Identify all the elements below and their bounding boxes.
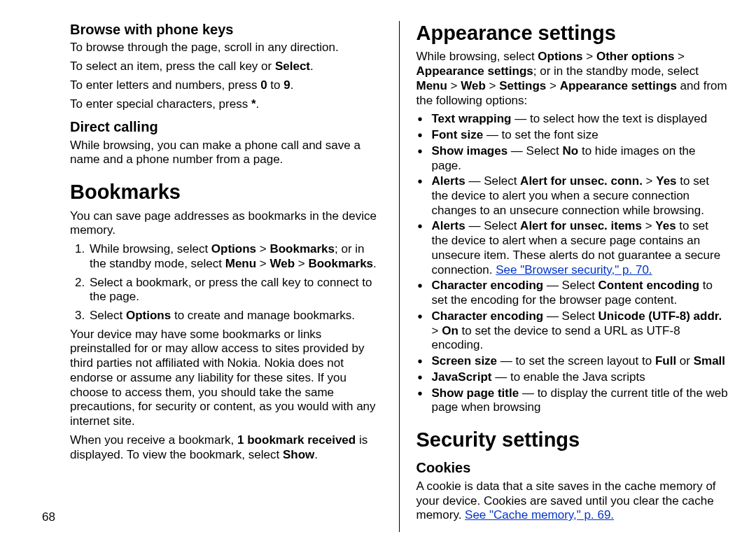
list-item: Select Options to create and manage book…	[88, 309, 382, 323]
bold-text: *	[251, 97, 256, 111]
text: >	[546, 79, 559, 92]
text: To select an item, press the call key or	[70, 59, 275, 73]
list-item: While browsing, select Options > Bookmar…	[88, 242, 382, 271]
text: .	[314, 448, 318, 461]
text: >	[432, 324, 442, 337]
bold-text: Alerts	[432, 174, 465, 188]
bold-text: Appearance settings	[560, 79, 677, 92]
paragraph: A cookie is data that a site saves in th…	[416, 479, 729, 523]
paragraph: While browsing, you can make a phone cal…	[70, 139, 382, 167]
bold-text: Select	[275, 59, 310, 73]
text: — to select how the text is displayed	[511, 112, 707, 125]
text: While browsing, select	[90, 242, 211, 255]
text: — to set the screen layout to	[497, 354, 655, 368]
paragraph: To enter special characters, press *.	[70, 97, 382, 112]
bold-text: Text wrapping	[432, 112, 512, 125]
bold-text: Show	[283, 448, 314, 461]
list-item: Text wrapping — to select how the text i…	[416, 112, 729, 127]
heading-bookmarks: Bookmarks	[70, 180, 382, 204]
heading-browse-phone-keys: Browse with phone keys	[70, 21, 382, 38]
paragraph: To enter letters and numbers, press 0 to…	[70, 78, 382, 93]
text: >	[256, 257, 270, 270]
bold-text: Unicode (UTF-8) addr.	[598, 309, 722, 323]
paragraph: When you receive a bookmark, 1 bookmark …	[70, 433, 382, 462]
bold-text: 0	[260, 78, 267, 92]
bold-text: JavaScript	[432, 370, 492, 384]
bold-text: Menu	[416, 79, 447, 92]
text: — Select	[465, 219, 520, 232]
list-item: JavaScript — to enable the Java scripts	[416, 370, 729, 385]
heading-direct-calling: Direct calling	[70, 118, 382, 135]
list-item: Font size — to set the font size	[416, 128, 729, 143]
text: to set the device to send a URL as UTF-8…	[432, 324, 680, 352]
bold-text: Bookmarks	[270, 242, 335, 255]
bold-text: On	[442, 324, 458, 337]
text: To enter letters and numbers, press	[70, 78, 260, 92]
bold-text: Yes	[656, 174, 676, 188]
bold-text: Menu	[225, 257, 256, 270]
bold-text: Options	[126, 309, 171, 322]
page-number: 68	[42, 510, 55, 525]
bold-text: Screen size	[432, 354, 498, 368]
text: ; or in the standby mode, select	[533, 64, 699, 78]
bold-text: Show page title	[432, 386, 519, 400]
text: — Select	[465, 174, 520, 188]
text: — to enable the Java scripts	[492, 370, 645, 384]
bold-text: Yes	[655, 219, 676, 232]
text: >	[674, 50, 685, 63]
list-item: Screen size — to set the screen layout t…	[416, 354, 729, 369]
text: — to set the font size	[483, 128, 598, 141]
two-column-layout: Browse with phone keys To browse through…	[70, 21, 728, 532]
bold-text: Alert for unsec. items	[520, 219, 642, 232]
list-item: Show page title — to display the current…	[416, 386, 729, 415]
cross-reference-link[interactable]: See "Browser security," p. 70.	[496, 263, 652, 276]
text: Select	[90, 309, 126, 322]
text: >	[256, 242, 270, 255]
text: While browsing, select	[416, 50, 538, 63]
bold-text: Character encoding	[432, 279, 544, 292]
text: To enter special characters, press	[70, 97, 251, 111]
heading-security-settings: Security settings	[416, 428, 729, 452]
text: to create and manage bookmarks.	[171, 309, 355, 322]
text: .	[373, 257, 377, 270]
heading-appearance-settings: Appearance settings	[416, 21, 729, 46]
right-column: Appearance settings While browsing, sele…	[399, 21, 729, 532]
bold-text: Full	[655, 354, 676, 368]
paragraph: To browse through the page, scroll in an…	[70, 41, 382, 55]
text: >	[447, 79, 461, 92]
text: .	[256, 97, 260, 111]
list-item: Character encoding — Select Unicode (UTF…	[416, 309, 729, 353]
bold-text: Options	[538, 50, 582, 63]
bold-text: Options	[211, 242, 256, 255]
bold-text: No	[563, 144, 579, 158]
list-item: Select a bookmark, or press the call key…	[88, 276, 382, 304]
text: .	[290, 78, 294, 92]
bold-text: Alert for unsec. conn.	[520, 174, 643, 188]
paragraph: To select an item, press the call key or…	[70, 59, 382, 74]
ordered-list: While browsing, select Options > Bookmar…	[70, 242, 382, 323]
bold-text: Appearance settings	[416, 64, 533, 78]
bold-text: Small	[694, 354, 725, 368]
paragraph: While browsing, select Options > Other o…	[416, 50, 729, 108]
cross-reference-link[interactable]: See "Cache memory," p. 69.	[465, 508, 614, 522]
text: — Select	[543, 309, 598, 323]
bold-text: Alerts	[432, 219, 465, 232]
list-item: Show images — Select No to hide images o…	[416, 144, 729, 173]
bold-text: Web	[461, 79, 486, 92]
paragraph: You can save page addresses as bookmarks…	[70, 209, 382, 238]
text: >	[583, 50, 596, 63]
heading-cookies: Cookies	[416, 459, 729, 476]
list-item: Alerts — Select Alert for unsec. conn. >…	[416, 174, 729, 218]
bold-text: Bookmarks	[308, 257, 373, 270]
list-item: Alerts — Select Alert for unsec. items >…	[416, 219, 729, 277]
bold-text: Font size	[432, 128, 484, 141]
bold-text: Content encoding	[598, 279, 699, 292]
text: >	[295, 257, 308, 270]
text: .	[310, 59, 314, 73]
bold-text: Web	[270, 257, 295, 270]
paragraph: Your device may have some bookmarks or l…	[70, 328, 382, 429]
manual-page: 68 Browse with phone keys To browse thro…	[0, 0, 756, 546]
bold-text: Settings	[499, 79, 546, 92]
text: — Select	[507, 144, 562, 158]
text: >	[643, 174, 656, 188]
